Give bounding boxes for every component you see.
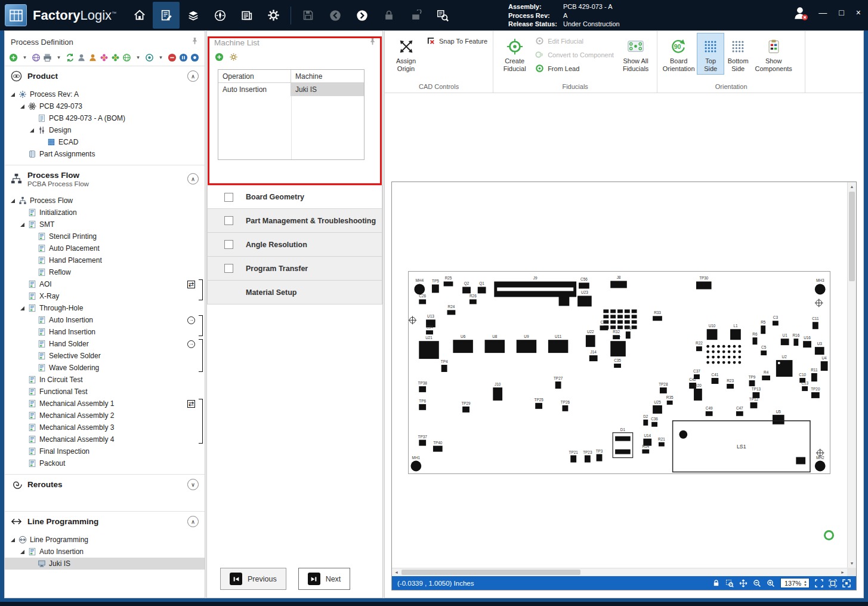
tree-item-hand-placement[interactable]: Hand Placement: [5, 254, 205, 266]
reroute-goto-icon[interactable]: →: [187, 340, 195, 348]
step-angle-resolution[interactable]: Angle Resolution: [207, 233, 382, 257]
column-machine[interactable]: Machine: [291, 70, 364, 82]
navigation-button[interactable]: [206, 2, 233, 29]
step-material-setup[interactable]: Material Setup: [207, 281, 382, 304]
collapse-line-programming-button[interactable]: [187, 516, 199, 527]
tree-item-in-circuit-test[interactable]: In Circuit Test: [5, 374, 205, 386]
horizontal-scrollbar[interactable]: ◄ ►: [392, 568, 847, 576]
cell-operation[interactable]: Auto Insertion: [218, 83, 291, 96]
tree-item-reflow[interactable]: Reflow: [5, 266, 205, 278]
materials-button[interactable]: [180, 2, 206, 29]
user-account-button[interactable]: [793, 5, 808, 23]
step-checkbox[interactable]: [224, 264, 233, 273]
tree-item-x-ray[interactable]: X-Ray: [5, 290, 205, 302]
pan-icon[interactable]: [739, 579, 748, 587]
collapse-process-flow-button[interactable]: [187, 173, 199, 184]
zoom-out-icon[interactable]: [753, 579, 762, 587]
add-icon[interactable]: [214, 52, 224, 62]
tree-item-mechanical-assembly-1[interactable]: Mechanical Assembly 1⇄: [5, 398, 205, 410]
scroll-up-arrow[interactable]: ▲: [848, 182, 856, 191]
undo-button[interactable]: [322, 2, 348, 29]
target-icon[interactable]: [144, 53, 155, 63]
unlock-button[interactable]: [402, 2, 429, 29]
tree-item-selective-solder[interactable]: Selective Solder: [5, 350, 205, 362]
line-programming-section-header[interactable]: Line Programming: [5, 511, 205, 531]
scroll-right-arrow[interactable]: ►: [838, 568, 847, 576]
show-components-button[interactable]: Show Components: [755, 33, 792, 75]
step-checkbox[interactable]: [224, 240, 233, 249]
pcb-canvas[interactable]: MH4MH3MH1MH2TP5R25Q2Q1J9C56U23J8TP30C26R…: [392, 182, 847, 568]
tree-item-process-flow[interactable]: Process Flow: [5, 195, 205, 207]
board-search-button[interactable]: [429, 2, 456, 29]
tree-item-initialization[interactable]: Initialization: [5, 207, 205, 219]
pin-icon[interactable]: [191, 37, 199, 47]
process-editor-button[interactable]: [153, 2, 180, 29]
tree-item-through-hole[interactable]: Through-Hole: [5, 302, 205, 314]
reroutes-section-header[interactable]: Reroutes: [5, 474, 205, 494]
dropdown-icon[interactable]: ▾: [133, 53, 143, 63]
process-flow-section-header[interactable]: Process FlowPCBA Process Flow: [5, 165, 205, 192]
zoom-spinner[interactable]: ▲▼: [804, 580, 807, 587]
bottom-side-button[interactable]: Bottom Side: [724, 33, 752, 75]
dropdown-icon[interactable]: ▾: [20, 53, 30, 63]
tree-expander-icon[interactable]: [11, 538, 15, 542]
machine-table-row[interactable]: Auto Insertion Juki IS: [218, 83, 364, 96]
category-alt-icon[interactable]: [110, 53, 121, 63]
zoom-extents-icon[interactable]: [814, 579, 823, 587]
settings-button[interactable]: [260, 2, 287, 29]
publish-icon[interactable]: [122, 53, 132, 63]
minimize-button[interactable]: —: [818, 8, 827, 17]
save-button[interactable]: [295, 2, 322, 29]
dropdown-icon[interactable]: ▾: [54, 53, 64, 63]
zoom-level-input[interactable]: 137% ▲▼: [780, 578, 810, 588]
sync-icon[interactable]: [65, 53, 75, 63]
reroute-goto-icon[interactable]: →: [187, 316, 195, 324]
expand-reroutes-button[interactable]: [187, 479, 199, 490]
tree-expander-icon[interactable]: [20, 223, 24, 227]
tree-item-smt[interactable]: SMT: [5, 219, 205, 230]
tree-item-juki-is[interactable]: Juki IS: [5, 558, 205, 570]
pan-lock-icon[interactable]: [712, 579, 721, 587]
tree-item-auto-insertion[interactable]: Auto Insertion: [5, 546, 205, 558]
tree-expander-icon[interactable]: [20, 306, 24, 310]
step-board-geometry[interactable]: Board Geometry: [207, 185, 382, 209]
vertical-scrollbar[interactable]: ▲ ▼: [847, 182, 856, 568]
tree-expander-icon[interactable]: [11, 199, 15, 203]
reroute-shuffle-icon[interactable]: ⇄: [187, 281, 195, 288]
tree-item-stencil-printing[interactable]: Stencil Printing: [5, 230, 205, 242]
user-key-icon[interactable]: [88, 53, 98, 63]
print-icon[interactable]: [42, 53, 52, 63]
fit-to-screen-icon[interactable]: [842, 579, 851, 587]
column-operation[interactable]: Operation: [218, 70, 291, 82]
top-side-button[interactable]: Top Side: [697, 33, 724, 75]
from-lead-button[interactable]: From Lead: [533, 61, 617, 75]
add-icon[interactable]: [8, 53, 18, 63]
redo-button[interactable]: [348, 2, 375, 29]
remove-icon[interactable]: [167, 53, 177, 63]
tree-item-auto-insertion[interactable]: Auto Insertion→: [5, 314, 205, 326]
tree-item-packout[interactable]: Packout: [5, 457, 205, 469]
tree-item-hand-solder[interactable]: Hand Solder→: [5, 338, 205, 350]
reports-button[interactable]: [233, 2, 260, 29]
collapse-product-button[interactable]: [187, 70, 199, 82]
pin-icon[interactable]: [369, 38, 376, 47]
tree-item-hand-insertion[interactable]: Hand Insertion: [5, 326, 205, 338]
close-button[interactable]: ×: [856, 8, 861, 17]
tree-item-auto-placement[interactable]: Auto Placement: [5, 242, 205, 254]
tree-item-mechanical-assembly-4[interactable]: Mechanical Assembly 4: [5, 433, 205, 445]
vertical-scroll-thumb[interactable]: [849, 192, 855, 281]
zoom-window-icon[interactable]: [725, 579, 734, 587]
reroute-shuffle-icon[interactable]: ⇄: [187, 400, 195, 408]
machine-table[interactable]: Operation Machine Auto Insertion Juki IS: [218, 69, 365, 160]
progress-icon[interactable]: [190, 53, 200, 63]
tree-item-aoi[interactable]: AOI⇄: [5, 278, 205, 290]
tree-item-pcb-429-073[interactable]: PCB 429-073: [5, 100, 205, 112]
lock-button[interactable]: [375, 2, 402, 29]
show-all-fiducials-button[interactable]: Show All Fiducials: [617, 33, 654, 75]
tree-item-ecad[interactable]: ECAD: [5, 136, 205, 148]
tree-item-wave-soldering[interactable]: Wave Soldering: [5, 362, 205, 374]
board-orientation-button[interactable]: 90 Board Orientation: [660, 33, 697, 75]
next-button[interactable]: Next: [298, 568, 351, 590]
step-checkbox[interactable]: [224, 193, 233, 202]
product-section-header[interactable]: Product: [5, 66, 205, 86]
